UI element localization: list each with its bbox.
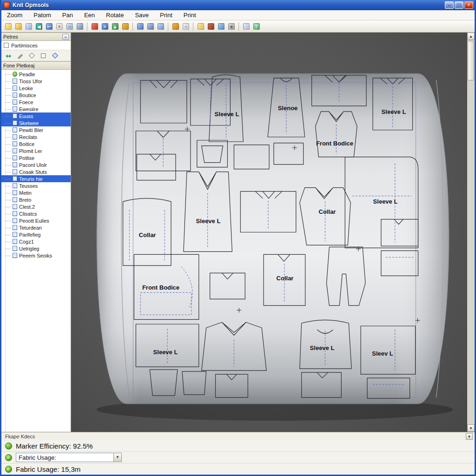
menu-item-een-3[interactable]: Een: [84, 12, 95, 19]
new-file-icon[interactable]: [3, 21, 13, 31]
tree-item-label: Teruris hie: [19, 176, 43, 182]
highlight-icon[interactable]: [171, 21, 180, 31]
tree-item-boitice[interactable]: Boitice: [1, 140, 71, 147]
swap-red-icon[interactable]: [90, 21, 99, 31]
tree-item-recilats[interactable]: Recilats: [1, 133, 71, 140]
tree-item-breto[interactable]: Breto: [1, 196, 71, 203]
minimize-button[interactable]: –: [445, 1, 454, 9]
pieces-checkbox-row[interactable]: Partimisces: [1, 41, 71, 50]
pattern-doc-icon: [13, 99, 17, 105]
dropdown-selected-value: Fabric Usage:: [16, 454, 113, 461]
tree-item-foece[interactable]: Foece: [1, 99, 71, 106]
chart-icon[interactable]: [216, 21, 226, 31]
hscroll-down-icon[interactable]: ▼: [466, 433, 473, 440]
panel-title-files: Fone Pletkeaj: [3, 63, 34, 68]
maximize-button[interactable]: □: [455, 1, 463, 9]
columns-icon[interactable]: [156, 21, 165, 31]
tree-item-peoott-eulies[interactable]: Peoott Eulies: [1, 217, 71, 224]
dropdown-arrow-icon[interactable]: ▼: [113, 453, 121, 462]
vertical-scrollbar[interactable]: ▲ ▼: [467, 33, 475, 432]
fabric-usage-dropdown[interactable]: Fabric Usage: ▼: [16, 453, 122, 462]
menu-item-save-5[interactable]: Save: [135, 12, 149, 19]
tree-item-label: Foece: [19, 99, 33, 105]
rectangle-tool-icon[interactable]: [40, 52, 47, 60]
zoom-icon[interactable]: ○: [65, 21, 74, 31]
tree-item-sketwee[interactable]: Sketwee: [1, 119, 71, 126]
snap-diamond-tool-icon[interactable]: [51, 52, 59, 60]
report-icon[interactable]: [196, 21, 205, 31]
pan-arrows-icon[interactable]: ↔: [5, 52, 12, 60]
scrollbar-track[interactable]: [467, 40, 475, 424]
menu-item-print-6[interactable]: Print: [160, 12, 172, 19]
tree-item-label: Tioss Ufor: [19, 79, 42, 84]
open-file-icon[interactable]: [13, 21, 23, 31]
tree-item-label: Uelrigleg: [19, 246, 39, 251]
fabric-roll-graphic[interactable]: [71, 33, 467, 432]
tree-item-cogz1[interactable]: Cogz1: [1, 238, 71, 245]
refresh-icon[interactable]: ○: [181, 21, 191, 31]
leaf-icon: [13, 72, 17, 77]
display-monitor-icon[interactable]: [75, 21, 85, 31]
tree-item-clest-2[interactable]: Clest.2: [1, 203, 71, 210]
nav-back-icon[interactable]: ◀: [34, 21, 44, 31]
scroll-down-icon[interactable]: ▼: [467, 424, 475, 432]
tree-item-potlise[interactable]: Potlise: [1, 154, 71, 161]
tree-item-label: Ewesiire: [19, 106, 39, 112]
title-bar[interactable]: Knit Opmsols – □ ×: [1, 0, 475, 10]
horizontal-scrollbar[interactable]: ▼: [466, 433, 473, 440]
anchor-point-icon[interactable]: [120, 21, 130, 31]
layers-icon[interactable]: [206, 21, 216, 31]
pattern-doc-icon: [13, 127, 17, 132]
settings-gear-icon[interactable]: ∗: [226, 21, 236, 31]
tree-item-ewesiire[interactable]: Ewesiire: [1, 106, 71, 112]
pattern-doc-icon: [13, 141, 17, 146]
scroll-up-icon[interactable]: ▲: [467, 33, 475, 40]
tree-item-label: Peadle: [19, 72, 35, 77]
tree-item-euuss[interactable]: Euuss: [1, 112, 71, 119]
tree-item-label: Pacont Ulolr: [19, 162, 47, 168]
tree-item-teturdean[interactable]: Teturdean: [1, 224, 71, 231]
tree-item-coaak-stuts[interactable]: Coaak Stuts: [1, 168, 71, 175]
help-icon[interactable]: ?: [251, 21, 261, 31]
tree-item-label: Clisatcs: [19, 211, 37, 217]
tree-item-boutice[interactable]: Boutice: [1, 92, 71, 99]
copy-doc-icon[interactable]: [241, 21, 251, 31]
tree-item-metin[interactable]: Metin: [1, 189, 71, 196]
scrollbar-thumb[interactable]: [468, 41, 474, 80]
tree-item-clisatcs[interactable]: Clisatcs: [1, 210, 71, 217]
tree-item-teusses[interactable]: Teusses: [1, 182, 71, 189]
table-view-icon[interactable]: [135, 21, 145, 31]
tree-item-leoke[interactable]: Leoke: [1, 85, 71, 92]
tree-item-uelrigleg[interactable]: Uelrigleg: [1, 245, 71, 252]
move-up-icon[interactable]: ▲: [110, 21, 120, 31]
tree-item-peadle[interactable]: Peadle: [1, 71, 71, 78]
diamond-tool-icon[interactable]: [28, 52, 35, 60]
pattern-doc-icon: [13, 246, 17, 251]
search-page-icon[interactable]: [24, 21, 33, 31]
tree-item-label: Potlise: [19, 155, 34, 161]
undo-icon[interactable]: ↩: [44, 21, 54, 31]
tree-item-label: Euuss: [19, 113, 33, 119]
tree-item-tioss-ufor[interactable]: Tioss Ufor: [1, 78, 71, 85]
tree-item-peeem-seoiks[interactable]: Peeem Seoiks: [1, 252, 71, 259]
checkbox-icon[interactable]: [4, 43, 9, 48]
tree-item-plomit-ler[interactable]: Plomit Ler: [1, 147, 71, 154]
menu-item-rotate-4[interactable]: Rotate: [106, 12, 124, 19]
pencil-icon[interactable]: [16, 52, 24, 60]
close-button[interactable]: ×: [464, 1, 473, 9]
paste-special-icon[interactable]: +: [100, 21, 110, 31]
tree-item-pewiti-bler[interactable]: Pewiti Bler: [1, 126, 71, 133]
menu-item-zoom-0[interactable]: Zoom: [7, 12, 22, 19]
tree-item-pacont-ulolr[interactable]: Pacont Ulolr: [1, 161, 71, 168]
menu-item-print-7[interactable]: Print: [184, 12, 196, 19]
app-window: Knit Opmsols – □ × ZoomPatomPanEenRotate…: [0, 0, 476, 476]
panel-expand-icon[interactable]: »: [62, 34, 69, 40]
database-icon[interactable]: [145, 21, 155, 31]
marker-canvas[interactable]: Sleeve LSlenoeSleeve LFront BodiceSleeve…: [71, 33, 467, 432]
menu-item-patom-1[interactable]: Patom: [33, 12, 51, 19]
tree-item-parifefieg[interactable]: Parifefieg: [1, 231, 71, 238]
tree-item-teruris-hie[interactable]: Teruris hie: [1, 175, 71, 182]
pattern-doc-icon: [13, 176, 17, 181]
menu-item-pan-2[interactable]: Pan: [62, 12, 73, 19]
delete-selection-icon[interactable]: ×: [54, 21, 64, 31]
